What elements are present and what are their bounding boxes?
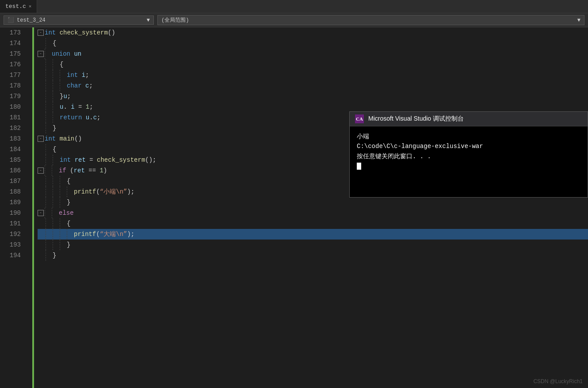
line-num: 177	[5, 70, 21, 80]
scope-dropdown[interactable]: (全局范围) ▼	[157, 15, 584, 25]
indent-guide	[60, 176, 67, 186]
debug-console: CA Microsoft Visual Studio 调试控制台 小端C:\co…	[349, 111, 588, 198]
indent-guide	[60, 80, 67, 91]
token-var: u	[86, 112, 89, 123]
indent-guide	[53, 112, 60, 123]
indent-guide	[53, 218, 60, 229]
token-fn: printf	[74, 186, 96, 197]
scope-dropdown-label: (全局范围)	[161, 16, 189, 24]
fold-icon[interactable]: -	[38, 30, 44, 36]
line-num: 175	[5, 49, 21, 59]
indent-guide	[46, 186, 53, 197]
debug-console-titlebar: CA Microsoft Visual Studio 调试控制台	[350, 112, 588, 126]
token-punct	[82, 112, 85, 123]
line-num: 174	[5, 38, 21, 49]
token-punct: =	[75, 102, 86, 112]
token-punct	[70, 49, 74, 59]
token-fn: check_systerm	[97, 155, 145, 165]
indent-guide	[46, 123, 53, 133]
indent-guide	[67, 186, 74, 197]
token-num: 1	[86, 102, 89, 112]
token-var: ret	[74, 165, 85, 176]
indent-guide	[46, 240, 53, 250]
table-row: }u;	[38, 91, 588, 102]
token-punct: ==	[85, 165, 100, 176]
indent-guide	[46, 59, 53, 70]
token-punct: =	[86, 155, 97, 165]
line-num: 190	[5, 208, 21, 218]
tab-test-c[interactable]: test.c ×	[0, 0, 37, 13]
fold-icon[interactable]: -	[38, 210, 44, 216]
table-row: int i;	[38, 70, 588, 80]
token-punct: .	[63, 102, 71, 112]
token-fn: printf	[74, 229, 96, 240]
token-var: c	[85, 80, 89, 91]
token-kw: return	[60, 112, 82, 123]
line-num: 187	[5, 176, 21, 186]
token-punct: (	[96, 229, 99, 240]
fold-gutter	[24, 27, 32, 388]
token-punct: }	[67, 240, 70, 250]
scope-dropdown-arrow: ▼	[577, 17, 580, 23]
token-kw: union	[52, 49, 70, 59]
console-cursor-line	[357, 161, 580, 171]
token-num: 1	[99, 165, 103, 176]
table-row: -int check_systerm()	[38, 27, 588, 38]
token-punct: {	[67, 218, 70, 229]
line-num: 184	[5, 144, 21, 155]
line-num: 182	[5, 123, 21, 133]
indent-guide	[53, 70, 60, 80]
indent-guide	[53, 176, 60, 186]
token-punct: }	[67, 197, 70, 208]
indent-guide	[46, 112, 53, 123]
fold-icon[interactable]: -	[38, 136, 44, 142]
token-punct: }	[53, 123, 56, 133]
indent-guide	[46, 91, 53, 102]
fold-icon[interactable]: -	[38, 51, 44, 57]
token-punct: ;	[89, 80, 92, 91]
indent-guide	[60, 218, 67, 229]
code-content[interactable]: -int check_systerm(){-union un{int i;cha…	[34, 27, 588, 388]
function-dropdown-label: test_3_24	[17, 17, 46, 23]
token-punct: }	[53, 250, 56, 261]
indent-guide	[46, 197, 53, 208]
token-str: “大端\n”	[100, 229, 127, 240]
console-line: 按任意键关闭此窗口. . .	[357, 152, 580, 161]
token-var: ret	[75, 155, 86, 165]
token-punct: {	[67, 176, 70, 186]
table-row: {	[38, 38, 588, 49]
debug-console-title-text: Microsoft Visual Studio 调试控制台	[368, 115, 464, 123]
line-num: 189	[5, 197, 21, 208]
token-punct: .	[89, 112, 93, 123]
table-row: char c;	[38, 80, 588, 91]
table-row: printf(“大端\n”);	[38, 229, 588, 240]
console-line: C:\code\C\c-language-exclusive-war	[357, 141, 580, 151]
indent-guide	[46, 80, 53, 91]
dropdown-bar: ⬛ test_3_24 ▼ (全局范围) ▼	[0, 13, 588, 27]
function-dropdown[interactable]: ⬛ test_3_24 ▼	[4, 15, 154, 25]
fold-icon[interactable]: -	[38, 167, 44, 174]
indent-guide	[46, 102, 53, 112]
token-fn: main	[60, 133, 75, 144]
token-punct: )	[103, 165, 107, 176]
table-row: }	[38, 240, 588, 250]
line-num: 193	[5, 240, 21, 250]
table-row: -union un	[38, 49, 588, 59]
indent-guide	[46, 218, 53, 229]
indent-guide	[53, 80, 60, 91]
token-kw: int	[45, 27, 56, 38]
indent-guide	[60, 229, 67, 240]
token-punct: ();	[145, 155, 156, 165]
line-num: 188	[5, 186, 21, 197]
indent-guide	[46, 155, 53, 165]
tab-close-icon[interactable]: ×	[29, 4, 32, 9]
line-num: 191	[5, 218, 21, 229]
console-cursor	[357, 163, 361, 170]
indent-guide	[53, 229, 60, 240]
token-punct: (	[96, 186, 99, 197]
token-kw: int	[67, 70, 78, 80]
line-num: 178	[5, 80, 21, 91]
table-row: }	[38, 250, 588, 261]
indent-guide	[60, 186, 67, 197]
token-kw: char	[67, 80, 82, 91]
